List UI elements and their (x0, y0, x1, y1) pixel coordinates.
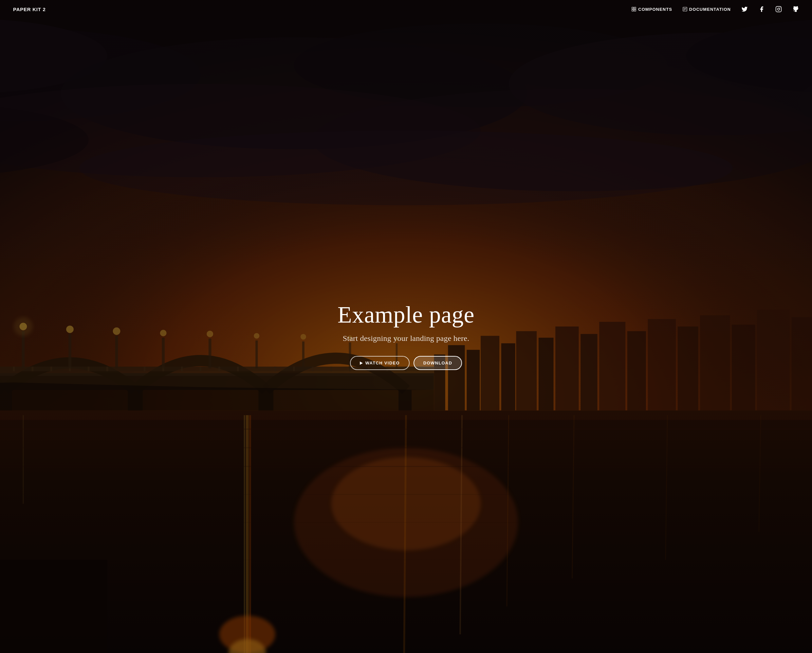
hero-buttons: WATCH VIDEO DOWNLOAD (350, 356, 462, 370)
documentation-nav-link[interactable]: DOCUMENTATION (683, 7, 731, 12)
documentation-icon (683, 7, 687, 11)
hero-section: PAPER KIT 2 COMPONENTS DOCUMENTA (0, 0, 812, 653)
svg-rect-136 (634, 7, 636, 9)
twitter-link[interactable] (741, 6, 748, 12)
hero-title: Example page (337, 301, 475, 329)
navbar: PAPER KIT 2 COMPONENTS DOCUMENTA (0, 0, 812, 18)
play-icon (360, 362, 363, 365)
brand-logo[interactable]: PAPER KIT 2 (13, 6, 46, 12)
components-icon (632, 7, 636, 11)
watch-video-button[interactable]: WATCH VIDEO (350, 356, 410, 370)
facebook-icon (758, 6, 765, 12)
svg-rect-143 (776, 6, 781, 12)
download-button[interactable]: DOWNLOAD (414, 356, 462, 370)
facebook-link[interactable] (758, 6, 765, 12)
github-link[interactable] (792, 6, 799, 12)
github-icon (792, 6, 799, 12)
hero-subtitle: Start designing your landing page here. (343, 334, 470, 343)
twitter-icon (741, 6, 748, 12)
svg-rect-137 (632, 9, 633, 11)
navbar-right: COMPONENTS DOCUMENTATION (632, 6, 799, 12)
svg-rect-135 (632, 7, 633, 9)
instagram-link[interactable] (775, 6, 782, 12)
hero-content: Example page Start designing your landin… (0, 18, 812, 653)
instagram-icon (775, 6, 782, 12)
svg-rect-138 (634, 9, 636, 11)
components-nav-link[interactable]: COMPONENTS (632, 7, 672, 12)
